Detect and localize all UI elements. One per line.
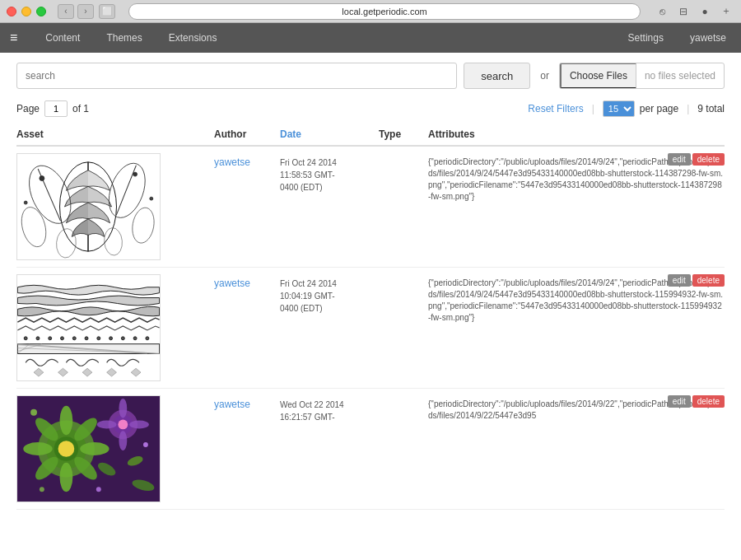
svg-point-19 [61, 337, 64, 340]
app-logo: ≡ [10, 30, 17, 45]
delete-button[interactable]: delete [692, 153, 725, 166]
asset-author[interactable]: yawetse [214, 153, 280, 168]
profile-icon[interactable]: ● [697, 4, 713, 19]
app-navbar: ≡ Content Themes Extensions Settings yaw… [0, 23, 741, 53]
forward-button[interactable]: › [77, 4, 94, 19]
svg-point-12 [133, 172, 137, 176]
delete-button[interactable]: delete [692, 395, 725, 408]
svg-point-62 [30, 409, 37, 416]
svg-point-25 [133, 337, 137, 340]
svg-point-21 [85, 337, 88, 340]
table-row: yawetse Fri Oct 24 201410:04:19 GMT-0400… [16, 268, 725, 389]
nav-content[interactable]: Content [40, 29, 85, 47]
asset-thumbnail [16, 274, 161, 381]
choose-files-button[interactable]: Choose Files [560, 63, 636, 89]
col-asset: Asset [16, 128, 214, 140]
browser-actions: ⎋ ⊟ ● ＋ [654, 4, 734, 19]
table-header: Asset Author Date Type Attributes [16, 125, 725, 147]
address-bar[interactable]: local.getperiodic.com [128, 3, 641, 20]
asset-attributes: edit delete {"periodicDirectory":"/publi… [428, 153, 725, 203]
asset-date: Fri Oct 24 201411:58:53 GMT-0400 (EDT) [280, 153, 379, 194]
svg-point-20 [72, 337, 76, 340]
pagination-bar: Page of 1 Reset Filters | 15 25 50 per p… [16, 100, 725, 117]
per-page-select[interactable]: 15 25 50 [603, 100, 635, 117]
asset-date: Wed Oct 22 201416:21:57 GMT- [280, 395, 379, 423]
browser-chrome: ‹ › ⬜ local.getperiodic.com ⎋ ⊟ ● ＋ [0, 0, 741, 23]
asset-author[interactable]: yawetse [214, 395, 280, 410]
tab-button[interactable]: ⬜ [99, 4, 115, 19]
svg-point-11 [40, 176, 44, 181]
of-label: of 1 [72, 103, 89, 114]
svg-point-63 [143, 442, 148, 447]
browser-titlebar: ‹ › ⬜ local.getperiodic.com ⎋ ⊟ ● ＋ [0, 0, 741, 23]
asset-actions: edit delete [668, 153, 725, 166]
asset-thumbnail [16, 153, 161, 260]
svg-point-56 [119, 431, 127, 450]
new-tab-icon[interactable]: ＋ [718, 4, 734, 19]
search-bar: search or Choose Files no files selected [16, 63, 725, 89]
asset-type [379, 153, 428, 156]
search-button[interactable]: search [464, 63, 530, 89]
svg-point-23 [110, 337, 113, 340]
svg-point-44 [60, 463, 73, 492]
svg-point-13 [24, 201, 27, 204]
nav-themes[interactable]: Themes [101, 29, 147, 47]
svg-point-46 [80, 442, 109, 455]
back-button[interactable]: ‹ [58, 4, 74, 19]
col-attributes: Attributes [428, 128, 725, 140]
maximize-button[interactable] [36, 7, 46, 16]
bookmark-icon[interactable]: ⊟ [675, 4, 692, 19]
asset-thumbnail [16, 395, 161, 502]
col-type: Type [379, 128, 428, 140]
svg-point-24 [121, 337, 124, 340]
svg-point-64 [40, 487, 44, 492]
nav-settings[interactable]: Settings [623, 29, 669, 47]
page-label: Page [16, 103, 40, 114]
share-icon[interactable]: ⎋ [654, 4, 670, 19]
asset-attributes: edit delete {"periodicDirectory":"/publi… [428, 395, 725, 422]
browser-nav: ‹ › [58, 4, 94, 19]
svg-point-43 [60, 406, 73, 435]
svg-point-65 [96, 487, 101, 492]
svg-point-17 [36, 337, 40, 340]
svg-point-54 [118, 420, 128, 430]
svg-point-51 [58, 441, 75, 457]
svg-point-22 [97, 337, 100, 340]
total-count: 9 total [697, 103, 725, 114]
asset-type [379, 395, 428, 399]
per-page-label: per page [640, 103, 678, 114]
svg-point-26 [146, 337, 149, 340]
page-input[interactable] [44, 100, 68, 117]
file-upload-area: Choose Files no files selected [559, 63, 725, 89]
file-label: no files selected [636, 70, 724, 82]
edit-button[interactable]: edit [668, 395, 691, 408]
url-text: local.getperiodic.com [342, 7, 426, 16]
edit-button[interactable]: edit [668, 274, 691, 287]
asset-actions: edit delete [668, 395, 725, 408]
asset-type [379, 274, 428, 278]
svg-point-55 [119, 399, 127, 418]
edit-button[interactable]: edit [668, 153, 691, 166]
col-date[interactable]: Date [280, 128, 379, 140]
nav-extensions[interactable]: Extensions [164, 29, 222, 47]
svg-point-18 [49, 337, 52, 340]
main-content: search or Choose Files no files selected… [0, 53, 741, 560]
svg-point-14 [150, 197, 153, 200]
asset-date: Fri Oct 24 201410:04:19 GMT-0400 (EDT) [280, 274, 379, 315]
svg-point-57 [97, 421, 117, 429]
svg-point-58 [129, 421, 149, 429]
minimize-button[interactable] [21, 7, 31, 16]
search-input[interactable] [16, 63, 457, 89]
table-row: yawetse Wed Oct 22 201416:21:57 GMT- edi… [16, 389, 725, 510]
col-author: Author [214, 128, 280, 140]
reset-filters-button[interactable]: Reset Filters [528, 103, 583, 114]
close-button[interactable] [7, 7, 16, 16]
svg-point-16 [24, 337, 27, 340]
asset-author[interactable]: yawetse [214, 274, 280, 289]
delete-button[interactable]: delete [692, 274, 725, 287]
table-row: yawetse Fri Oct 24 201411:58:53 GMT-0400… [16, 147, 725, 268]
asset-attributes: edit delete {"periodicDirectory":"/publi… [428, 274, 725, 324]
asset-actions: edit delete [668, 274, 725, 287]
nav-user[interactable]: yawetse [685, 29, 731, 47]
or-label: or [540, 70, 549, 82]
